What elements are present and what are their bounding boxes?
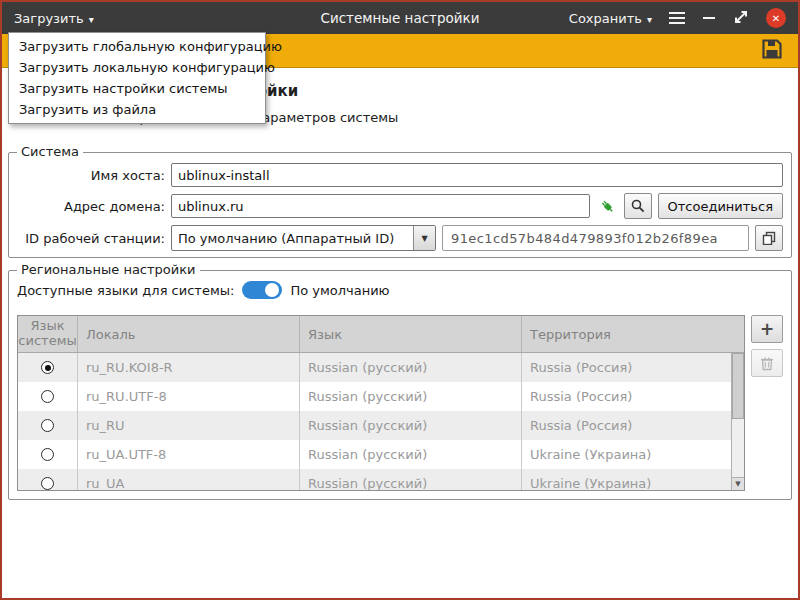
load-menu-dropdown: Загрузить глобальную конфигурациюЗагрузи… (8, 32, 266, 124)
hostname-row: Имя хоста: (17, 163, 783, 187)
radio-cell (18, 469, 78, 491)
save-menu-label: Сохранить (569, 11, 642, 26)
territory-cell: Ukraine (Украина) (522, 469, 744, 491)
menu-icon[interactable] (669, 12, 685, 24)
language-cell: Russian (русский) (300, 469, 522, 491)
territory-cell: Russia (Россия) (522, 411, 744, 440)
column-header: Язык системы (18, 316, 78, 352)
locale-cell: ru_RU.KOI8-R (78, 353, 300, 382)
column-header: Язык (300, 316, 522, 352)
disconnect-button[interactable]: Отсоединиться (658, 193, 784, 219)
regional-group-legend: Региональные настройки (17, 262, 200, 277)
territory-cell: Russia (Россия) (522, 353, 744, 382)
close-button[interactable] (766, 8, 786, 28)
station-id-label: ID рабочей станции: (17, 231, 165, 246)
maximize-button[interactable] (733, 9, 749, 28)
locale-table-header: Язык системы Локаль Язык Территория (18, 316, 744, 353)
locale-radio[interactable] (41, 361, 54, 374)
locale-cell: ru_RU (78, 411, 300, 440)
language-cell: Russian (русский) (300, 440, 522, 469)
system-group: Система Имя хоста: Адрес домена: (8, 152, 792, 258)
menu-item[interactable]: Загрузить настройки системы (9, 78, 265, 99)
locale-radio[interactable] (41, 390, 54, 403)
table-row[interactable]: ru_RU.KOI8-RRussian (русский)Russia (Рос… (18, 353, 744, 382)
station-id-selected-option: По умолчанию (Аппаратный ID) (172, 226, 413, 250)
column-header: Территория (522, 316, 744, 352)
minimize-button[interactable] (702, 11, 716, 25)
radio-cell (18, 411, 78, 440)
table-row[interactable]: ru_RURussian (русский)Russia (Россия) (18, 411, 744, 440)
titlebar-controls: Сохранить (569, 8, 798, 28)
language-cell: Russian (русский) (300, 353, 522, 382)
languages-label: Доступные языки для системы: (17, 283, 234, 298)
table-scrollbar[interactable] (731, 353, 744, 490)
locale-cell: ru_UA (78, 469, 300, 491)
locale-radio[interactable] (41, 477, 54, 490)
chevron-down-icon[interactable] (413, 226, 435, 250)
table-actions (751, 315, 783, 377)
domain-input[interactable] (171, 194, 590, 218)
delete-locale-button[interactable] (751, 349, 783, 377)
copy-button[interactable] (755, 225, 783, 251)
add-locale-button[interactable] (751, 315, 783, 343)
domain-search-button[interactable] (624, 193, 652, 219)
territory-cell: Ukraine (Украина) (522, 440, 744, 469)
locale-radio[interactable] (41, 448, 54, 461)
save-file-icon[interactable] (760, 37, 784, 64)
language-cell: Russian (русский) (300, 382, 522, 411)
load-menu-label: Загрузить (14, 11, 84, 26)
app-window: Загрузить Системные настройки Сохранить (0, 0, 800, 600)
toggle-state-label: По умолчанию (290, 283, 389, 298)
table-row[interactable]: ru_RU.UTF-8Russian (русский)Russia (Росс… (18, 382, 744, 411)
titlebar: Загрузить Системные настройки Сохранить (2, 2, 798, 34)
scrollbar-thumb[interactable] (732, 353, 744, 419)
locale-table-body: ru_RU.KOI8-RRussian (русский)Russia (Рос… (18, 353, 744, 491)
menu-item[interactable]: Загрузить локальную конфигурацию (9, 57, 265, 78)
connected-plug-icon (596, 195, 618, 217)
locale-cell: ru_UA.UTF-8 (78, 440, 300, 469)
copy-icon (762, 231, 776, 245)
menu-item[interactable]: Загрузить из файла (9, 99, 265, 120)
maximize-icon (733, 9, 749, 25)
hostname-input[interactable] (171, 163, 783, 187)
radio-cell (18, 440, 78, 469)
station-id-value: 91ec1cd57b484d479893f012b26f89ea (442, 225, 749, 251)
languages-toggle-row: Доступные языки для системы: По умолчани… (17, 281, 791, 299)
save-menu-button[interactable]: Сохранить (569, 11, 652, 26)
column-header: Локаль (78, 316, 300, 352)
system-group-legend: Система (17, 144, 83, 159)
locale-cell: ru_RU.UTF-8 (78, 382, 300, 411)
locale-table: Язык системы Локаль Язык Территория ru_R… (17, 315, 745, 491)
territory-cell: Russia (Россия) (522, 382, 744, 411)
radio-cell (18, 353, 78, 382)
language-cell: Russian (русский) (300, 411, 522, 440)
hostname-label: Имя хоста: (17, 168, 165, 183)
chevron-down-icon (647, 11, 652, 26)
trash-icon (760, 356, 774, 371)
regional-group: Региональные настройки Доступные языки д… (8, 270, 792, 500)
station-id-select[interactable]: По умолчанию (Аппаратный ID) (171, 225, 436, 251)
menu-item[interactable]: Загрузить глобальную конфигурацию (9, 36, 265, 57)
load-menu-button[interactable]: Загрузить (2, 11, 106, 26)
table-row[interactable]: ru_UA.UTF-8Russian (русский)Ukraine (Укр… (18, 440, 744, 469)
languages-toggle[interactable] (242, 281, 282, 299)
domain-row: Адрес домена: Отсоединиться (17, 193, 783, 219)
search-icon (631, 199, 645, 213)
scroll-down-arrow-icon[interactable] (732, 477, 744, 490)
station-id-row: ID рабочей станции: По умолчанию (Аппара… (17, 225, 783, 251)
radio-cell (18, 382, 78, 411)
locale-radio[interactable] (41, 419, 54, 432)
domain-label: Адрес домена: (17, 199, 165, 214)
chevron-down-icon (89, 11, 94, 26)
table-row[interactable]: ru_UARussian (русский)Ukraine (Украина) (18, 469, 744, 491)
